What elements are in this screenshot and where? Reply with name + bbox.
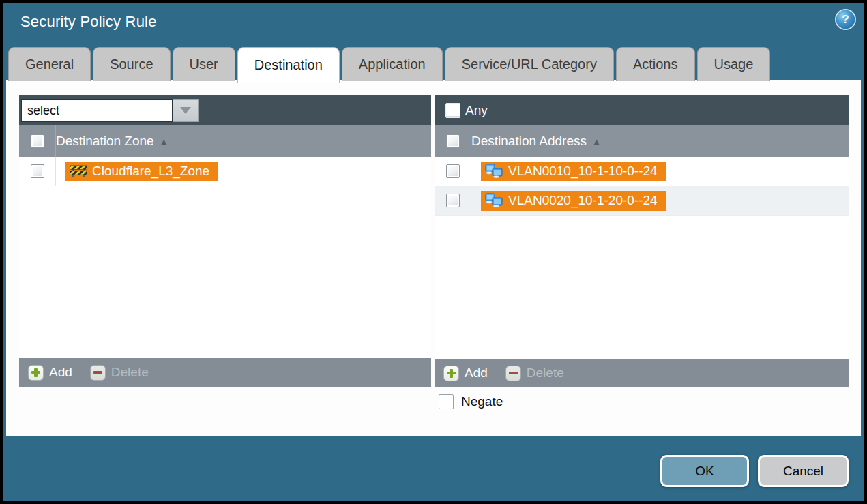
zone-select-all-cell: [19, 125, 56, 157]
tab-usage[interactable]: Usage: [697, 47, 771, 81]
zone-select-all-checkbox[interactable]: [31, 134, 44, 148]
network-icon: [485, 164, 503, 178]
tab-destination[interactable]: Destination: [237, 47, 340, 83]
zone-select-dropdown-button[interactable]: [173, 99, 199, 122]
row-checkbox[interactable]: [446, 194, 460, 207]
zone-select-input[interactable]: [21, 99, 173, 122]
add-icon: [443, 366, 459, 381]
row-checkbox-cell: [19, 157, 56, 186]
dialog-button-bar: OK Cancel: [660, 455, 849, 487]
tab-actions[interactable]: Actions: [616, 47, 695, 81]
tab-service-url-category[interactable]: Service/URL Category: [445, 47, 614, 81]
negate-checkbox[interactable]: [439, 394, 454, 409]
add-icon: [28, 365, 44, 381]
add-button-label: Add: [465, 366, 488, 381]
destination-address-panel: Any Destination Address ▲: [435, 95, 849, 387]
chevron-down-icon: [180, 107, 191, 114]
zone-select-combobox: [21, 99, 199, 122]
tab-user[interactable]: User: [173, 47, 235, 81]
address-select-all-cell: [435, 125, 471, 157]
destination-tab-content: Destination Zone ▲: [6, 80, 861, 436]
delete-address-button[interactable]: Delete: [505, 366, 564, 381]
table-row: Cloudflare_L3_Zone: [19, 157, 431, 186]
delete-icon: [505, 366, 521, 381]
zone-panel-footer: Add Delete: [19, 358, 431, 387]
zone-entry[interactable]: Cloudflare_L3_Zone: [65, 162, 218, 181]
table-row: VLAN0020_10-1-20-0--24: [435, 186, 849, 216]
delete-button-label: Delete: [111, 365, 149, 380]
destination-zone-panel: Destination Zone ▲: [19, 95, 431, 387]
tab-application[interactable]: Application: [342, 47, 443, 81]
row-checkbox-cell: [435, 186, 471, 215]
address-column-header: Destination Address ▲: [435, 125, 849, 157]
address-select-all-checkbox[interactable]: [446, 134, 460, 148]
any-checkbox[interactable]: [445, 103, 460, 118]
dialog-title: Security Policy Rule: [20, 13, 157, 31]
zone-icon: [70, 165, 87, 177]
sort-asc-icon[interactable]: ▲: [592, 136, 601, 147]
delete-icon: [90, 365, 106, 381]
help-icon[interactable]: ?: [836, 10, 855, 29]
zone-column-label[interactable]: Destination Zone: [56, 134, 154, 149]
tab-bar: General Source User Destination Applicat…: [8, 47, 772, 83]
address-entry-label: VLAN0010_10-1-10-0--24: [508, 164, 658, 179]
row-checkbox[interactable]: [31, 164, 44, 178]
address-entry[interactable]: VLAN0010_10-1-10-0--24: [481, 162, 666, 181]
address-column-label[interactable]: Destination Address: [471, 134, 587, 149]
zone-column-header: Destination Zone ▲: [19, 125, 431, 157]
address-list: VLAN0010_10-1-10-0--24: [435, 157, 849, 359]
delete-zone-button[interactable]: Delete: [90, 365, 149, 381]
table-row: VLAN0010_10-1-10-0--24: [435, 157, 849, 186]
address-entry[interactable]: VLAN0020_10-1-20-0--24: [481, 191, 666, 211]
zone-panel-header: [19, 95, 431, 125]
sort-asc-icon[interactable]: ▲: [160, 136, 168, 147]
zone-entry-label: Cloudflare_L3_Zone: [92, 164, 209, 179]
address-panel-footer: Add Delete: [435, 359, 849, 387]
ok-button[interactable]: OK: [660, 455, 749, 487]
security-policy-rule-dialog: Security Policy Rule ? General Source Us…: [0, 0, 867, 504]
any-label[interactable]: Any: [465, 103, 488, 118]
negate-label: Negate: [461, 394, 503, 409]
tab-source[interactable]: Source: [93, 47, 170, 81]
add-zone-button[interactable]: Add: [28, 365, 72, 381]
negate-option: Negate: [439, 394, 503, 409]
address-panel-header: Any: [435, 95, 849, 125]
tab-general[interactable]: General: [8, 47, 91, 81]
delete-button-label: Delete: [527, 366, 564, 381]
network-icon: [485, 193, 503, 207]
row-checkbox-cell: [435, 157, 471, 186]
address-entry-label: VLAN0020_10-1-20-0--24: [508, 193, 658, 208]
zone-list: Cloudflare_L3_Zone: [19, 157, 431, 358]
add-address-button[interactable]: Add: [443, 366, 488, 381]
row-checkbox[interactable]: [446, 164, 460, 178]
add-button-label: Add: [49, 365, 72, 380]
cancel-button[interactable]: Cancel: [758, 455, 849, 487]
